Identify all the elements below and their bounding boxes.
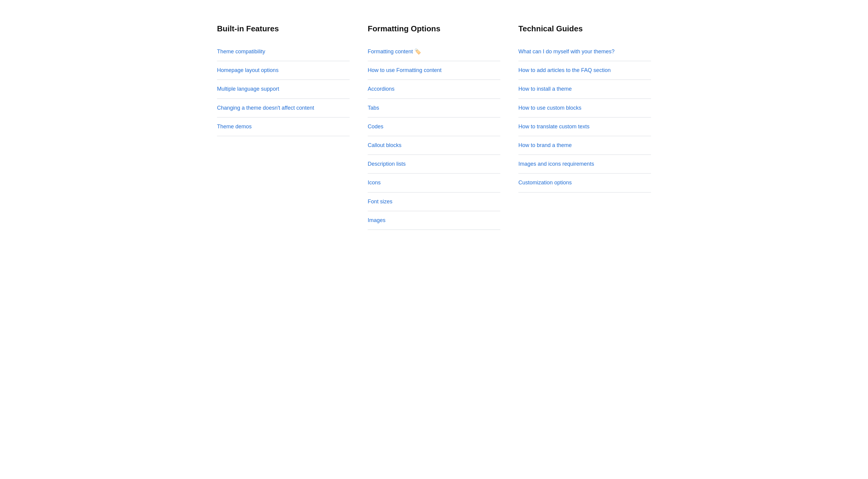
list-item: Codes [368, 118, 500, 136]
link-list-built-in-features: Theme compatibilityHomepage layout optio… [217, 42, 350, 136]
link-how-to-brand-theme[interactable]: How to brand a theme [518, 136, 651, 155]
link-customization-options[interactable]: Customization options [518, 173, 651, 192]
link-tabs[interactable]: Tabs [368, 99, 500, 117]
column-title-formatting-options: Formatting Options [368, 24, 500, 33]
list-item: Homepage layout options [217, 61, 350, 80]
list-item: Theme demos [217, 118, 350, 136]
list-item: Callout blocks [368, 136, 500, 155]
link-codes[interactable]: Codes [368, 118, 500, 136]
column-formatting-options: Formatting OptionsFormatting content 🏷️H… [368, 24, 500, 230]
list-item: Formatting content 🏷️ [368, 42, 500, 61]
link-theme-compatibility[interactable]: Theme compatibility [217, 42, 350, 61]
list-item: Images [368, 211, 500, 230]
link-how-to-add-articles[interactable]: How to add articles to the FAQ section [518, 61, 651, 79]
link-what-can-i-do[interactable]: What can I do myself with your themes? [518, 42, 651, 61]
link-callout-blocks[interactable]: Callout blocks [368, 136, 500, 155]
link-images-icons-requirements[interactable]: Images and icons requirements [518, 155, 651, 173]
list-item: Theme compatibility [217, 42, 350, 61]
list-item: Description lists [368, 155, 500, 173]
link-list-formatting-options: Formatting content 🏷️How to use Formatti… [368, 42, 500, 230]
list-item: Accordions [368, 80, 500, 98]
column-built-in-features: Built-in FeaturesTheme compatibilityHome… [217, 24, 350, 230]
list-item: How to use custom blocks [518, 99, 651, 118]
list-item: How to brand a theme [518, 136, 651, 155]
link-font-sizes[interactable]: Font sizes [368, 192, 500, 211]
list-item: Font sizes [368, 192, 500, 211]
column-title-technical-guides: Technical Guides [518, 24, 651, 33]
link-homepage-layout-options[interactable]: Homepage layout options [217, 61, 350, 79]
link-how-to-install-theme[interactable]: How to install a theme [518, 80, 651, 98]
list-item: Multiple language support [217, 80, 350, 98]
list-item: How to use Formatting content [368, 61, 500, 80]
list-item: Icons [368, 173, 500, 192]
link-list-technical-guides: What can I do myself with your themes?Ho… [518, 42, 651, 192]
link-how-to-use-formatting[interactable]: How to use Formatting content [368, 61, 500, 79]
list-item: How to install a theme [518, 80, 651, 98]
link-icons[interactable]: Icons [368, 173, 500, 192]
list-item: Images and icons requirements [518, 155, 651, 173]
link-formatting-content[interactable]: Formatting content 🏷️ [368, 42, 500, 61]
link-how-to-use-custom-blocks[interactable]: How to use custom blocks [518, 99, 651, 117]
list-item: What can I do myself with your themes? [518, 42, 651, 61]
link-images[interactable]: Images [368, 211, 500, 229]
column-title-built-in-features: Built-in Features [217, 24, 350, 33]
link-theme-demos[interactable]: Theme demos [217, 118, 350, 136]
list-item: Customization options [518, 173, 651, 192]
list-item: How to translate custom texts [518, 118, 651, 136]
list-item: How to add articles to the FAQ section [518, 61, 651, 80]
list-item: Changing a theme doesn't affect content [217, 99, 350, 118]
columns-container: Built-in FeaturesTheme compatibilityHome… [217, 24, 651, 230]
column-technical-guides: Technical GuidesWhat can I do myself wit… [518, 24, 651, 230]
link-accordions[interactable]: Accordions [368, 80, 500, 98]
link-multiple-language-support[interactable]: Multiple language support [217, 80, 350, 98]
link-changing-theme[interactable]: Changing a theme doesn't affect content [217, 99, 350, 117]
link-how-to-translate[interactable]: How to translate custom texts [518, 118, 651, 136]
list-item: Tabs [368, 99, 500, 118]
link-description-lists[interactable]: Description lists [368, 155, 500, 173]
